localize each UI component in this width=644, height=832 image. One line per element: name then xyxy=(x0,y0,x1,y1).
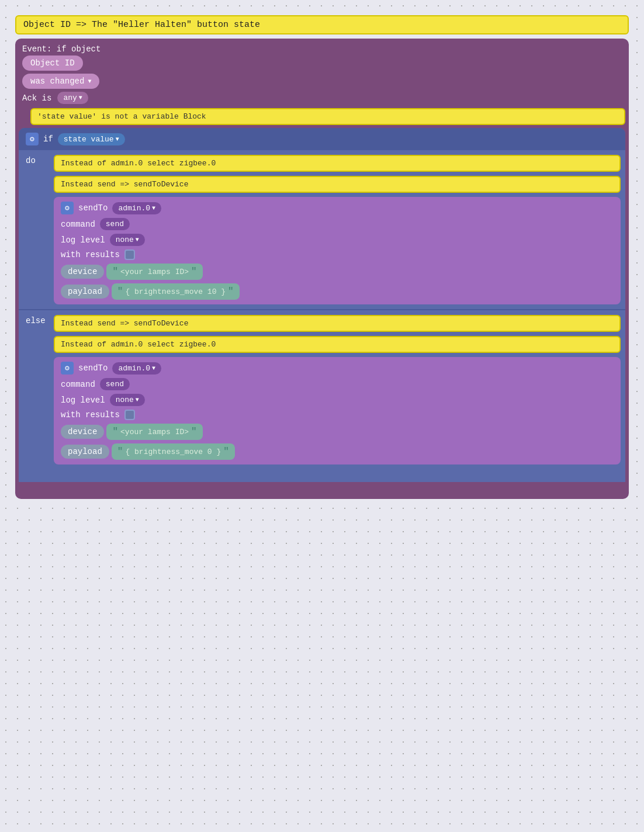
do-sendto-label: sendTo xyxy=(78,203,108,213)
else-payload-label: payload xyxy=(61,445,109,459)
block-bottom-cap xyxy=(19,469,625,482)
else-with-results-row: with results xyxy=(61,410,614,420)
do-warning-2: Instead send => sendToDevice xyxy=(54,176,621,193)
else-admin-arrow[interactable]: ▼ xyxy=(152,365,155,372)
else-payload-open-quote: " xyxy=(117,446,123,457)
else-device-row: device " <your lamps ID> " xyxy=(61,424,614,440)
do-warning-1: Instead of admin.0 select zigbee.0 xyxy=(54,155,621,172)
else-payload-value-block: " { brightness_move 0 } " xyxy=(112,443,235,460)
object-id-row: Object ID xyxy=(22,56,622,72)
do-command-value: send xyxy=(106,220,124,228)
do-payload-label: payload xyxy=(61,285,109,299)
do-with-results-row: with results xyxy=(61,249,614,260)
if-gear-icon[interactable]: ⚙ xyxy=(26,133,39,145)
else-sendto-gear[interactable]: ⚙ xyxy=(61,362,74,375)
else-command-label: command xyxy=(61,380,95,389)
else-warning-1: Instead send => sendToDevice xyxy=(54,315,621,332)
do-payload-open-quote: " xyxy=(117,286,123,297)
purple-bottom-cap xyxy=(19,485,95,495)
else-command-pill: send xyxy=(100,378,130,390)
do-payload-close-quote: " xyxy=(228,286,234,297)
title-block: Object ID => The "Heller Halten" button … xyxy=(15,15,629,34)
do-sendto-block: ⚙ sendTo admin.0 ▼ command send xyxy=(54,197,621,304)
do-log-pill[interactable]: none ▼ xyxy=(110,234,145,246)
do-admin-value: admin.0 xyxy=(118,204,150,213)
do-with-results-checkbox[interactable] xyxy=(124,249,135,260)
object-id-pill: Object ID xyxy=(22,56,83,71)
event-label: Event: if object xyxy=(22,44,101,54)
do-log-label: log level xyxy=(61,235,105,245)
else-warning-2: Instead of admin.0 select zigbee.0 xyxy=(54,336,621,353)
do-device-open-quote: " xyxy=(112,266,118,277)
do-log-arrow[interactable]: ▼ xyxy=(136,237,139,243)
was-changed-arrow[interactable]: ▼ xyxy=(88,78,91,85)
was-changed-row: was changed ▼ xyxy=(22,74,622,90)
do-command-label: command xyxy=(61,220,95,229)
do-log-value: none xyxy=(116,235,134,244)
was-changed-label: was changed xyxy=(30,77,84,86)
do-label: do xyxy=(19,150,54,171)
state-value-label: state value xyxy=(64,135,114,144)
if-header-row: ⚙ if state value ▼ xyxy=(19,128,625,150)
do-sendto-header: ⚙ sendTo admin.0 ▼ xyxy=(61,202,614,214)
else-command-value: send xyxy=(106,380,124,389)
event-section: Event: if object Object ID was changed ▼… xyxy=(19,42,625,106)
do-content: Instead of admin.0 select zigbee.0 Inste… xyxy=(54,150,625,309)
else-device-value: <your lamps ID> xyxy=(120,428,189,436)
do-device-row: device " <your lamps ID> " xyxy=(61,264,614,280)
else-content: Instead send => sendToDevice Instead of … xyxy=(54,310,625,469)
warning-block-1: 'state value' is not a variable Block xyxy=(30,108,625,125)
do-device-value: <your lamps ID> xyxy=(120,268,189,276)
ack-value: any xyxy=(63,93,77,102)
do-device-close-quote: " xyxy=(191,266,197,277)
else-sendto-label: sendTo xyxy=(78,363,108,373)
if-keyword: if xyxy=(43,134,53,144)
else-admin-value: admin.0 xyxy=(118,364,150,373)
do-admin-arrow[interactable]: ▼ xyxy=(152,205,155,212)
ack-value-pill[interactable]: any ▼ xyxy=(57,92,88,104)
else-payload-value: { brightness_move 0 } xyxy=(125,448,221,456)
do-payload-row: payload " { brightness_move 10 } " xyxy=(61,283,614,300)
else-device-label: device xyxy=(61,425,104,439)
do-payload-value: { brightness_move 10 } xyxy=(125,287,226,296)
do-device-value-block: " <your lamps ID> " xyxy=(106,264,202,280)
do-sendto-gear[interactable]: ⚙ xyxy=(61,202,74,214)
else-payload-close-quote: " xyxy=(223,446,229,457)
else-log-row: log level none ▼ xyxy=(61,394,614,406)
else-log-arrow[interactable]: ▼ xyxy=(136,397,139,403)
else-label: else xyxy=(19,310,54,331)
ack-arrow[interactable]: ▼ xyxy=(79,95,82,101)
do-payload-value-block: " { brightness_move 10 } " xyxy=(112,283,240,300)
ack-row: Ack is any ▼ xyxy=(22,92,622,104)
else-device-close-quote: " xyxy=(191,427,197,437)
event-label-row: Event: if object xyxy=(22,44,622,54)
do-log-row: log level none ▼ xyxy=(61,234,614,246)
state-value-pill[interactable]: state value ▼ xyxy=(58,133,125,145)
else-with-results-checkbox[interactable] xyxy=(124,410,135,420)
do-with-results-label: with results xyxy=(61,250,120,259)
do-command-pill: send xyxy=(100,218,130,230)
else-sendto-header: ⚙ sendTo admin.0 ▼ xyxy=(61,362,614,375)
do-device-label: device xyxy=(61,265,104,279)
was-changed-pill: was changed ▼ xyxy=(22,74,99,89)
do-admin-pill[interactable]: admin.0 ▼ xyxy=(112,202,161,214)
else-payload-row: payload " { brightness_move 0 } " xyxy=(61,443,614,460)
else-device-value-block: " <your lamps ID> " xyxy=(106,424,202,440)
else-with-results-label: with results xyxy=(61,410,120,420)
ack-label: Ack is xyxy=(22,93,51,103)
purple-outer-wrapper: Event: if object Object ID was changed ▼… xyxy=(15,39,629,499)
object-id-label: Object ID xyxy=(30,58,75,68)
if-else-block: ⚙ if state value ▼ do Instead of admin.0… xyxy=(19,128,625,482)
else-section-row: else Instead send => sendToDevice Instea… xyxy=(19,310,625,469)
else-device-open-quote: " xyxy=(112,427,118,437)
else-command-row: command send xyxy=(61,378,614,390)
do-command-row: command send xyxy=(61,218,614,230)
else-admin-pill[interactable]: admin.0 ▼ xyxy=(112,362,161,375)
do-section-row: do Instead of admin.0 select zigbee.0 In… xyxy=(19,150,625,309)
else-log-label: log level xyxy=(61,396,105,405)
state-value-arrow[interactable]: ▼ xyxy=(116,136,119,143)
else-log-pill[interactable]: none ▼ xyxy=(110,394,145,406)
else-log-value: none xyxy=(116,396,134,404)
else-sendto-block: ⚙ sendTo admin.0 ▼ command send xyxy=(54,357,621,464)
